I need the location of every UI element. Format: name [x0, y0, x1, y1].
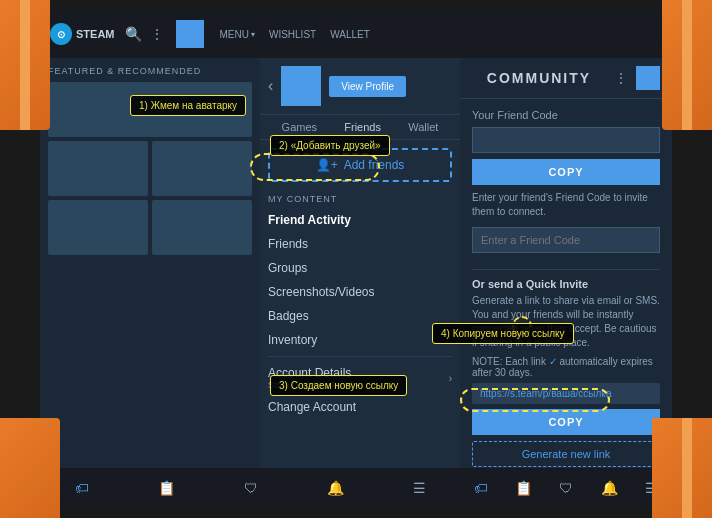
popup-avatar[interactable] — [281, 66, 321, 106]
community-title: COMMUNITY — [487, 70, 591, 86]
gift-decoration-bottom-left — [0, 418, 60, 518]
account-arrow-icon: › — [449, 373, 452, 384]
invite-link-box: https://s.team/p/ваша/ссылка — [472, 383, 660, 404]
popup-nav: Games Friends Wallet — [260, 114, 460, 140]
groups-label: Groups — [268, 261, 307, 275]
wishlist-tab[interactable]: WISHLIST — [263, 25, 322, 44]
view-profile-button[interactable]: View Profile — [329, 76, 406, 97]
popup-games-tab[interactable]: Games — [282, 121, 317, 133]
section-divider — [472, 269, 660, 270]
community-content: Your Friend Code COPY Enter your friend'… — [460, 99, 672, 468]
copy-button-1[interactable]: COPY — [472, 159, 660, 185]
invite-note: Enter your friend's Friend Code to invit… — [472, 191, 660, 219]
left-nav-tag-icon[interactable]: 🏷 — [67, 476, 97, 500]
inventory-label: Inventory — [268, 333, 317, 347]
bottom-nav-shield-icon[interactable]: 🛡 — [551, 476, 581, 500]
search-icon[interactable]: 🔍 — [125, 26, 142, 42]
menu-divider — [268, 356, 452, 357]
content-area: FEATURED & RECOMMENDED ‹ View Profile — [40, 58, 672, 508]
game-thumb-3[interactable] — [48, 200, 148, 255]
left-nav-shield-icon[interactable]: 🛡 — [236, 476, 266, 500]
profile-popup: ‹ View Profile Games Friends Wallet 👤+ A… — [260, 58, 460, 419]
featured-section: FEATURED & RECOMMENDED — [40, 58, 260, 263]
account-label: Account Details — [268, 366, 358, 380]
game-thumb-wide[interactable] — [48, 82, 252, 137]
middle-panel: ‹ View Profile Games Friends Wallet 👤+ A… — [260, 58, 460, 508]
featured-games — [48, 82, 252, 255]
menu-item-friend-activity[interactable]: Friend Activity — [268, 208, 452, 232]
menu-item-inventory[interactable]: Inventory — [268, 328, 452, 352]
community-dots-icon[interactable]: ⋮ — [614, 70, 628, 86]
checkmark-inline: ✓ — [549, 356, 557, 367]
add-friends-button[interactable]: 👤+ Add friends — [268, 148, 452, 182]
steam-label: STEAM — [76, 28, 115, 40]
steam-logo: ⊙ STEAM — [50, 23, 115, 45]
menu-item-change-account[interactable]: Change Account — [268, 395, 452, 419]
menu-items: Friend Activity Friends Groups Screensho… — [260, 208, 460, 419]
gift-decoration-left — [0, 0, 50, 130]
enter-friend-code-input[interactable] — [472, 227, 660, 253]
popup-friends-tab[interactable]: Friends — [344, 121, 381, 133]
steam-icon: ⊙ — [50, 23, 72, 45]
left-nav-menu-icon[interactable]: ☰ — [405, 476, 434, 500]
wallet-tab[interactable]: WALLET — [324, 25, 376, 44]
account-sub: Store, Security, Family — [268, 380, 358, 390]
menu-item-groups[interactable]: Groups — [268, 256, 452, 280]
menu-item-badges[interactable]: Badges — [268, 304, 452, 328]
avatar-header[interactable] — [176, 20, 204, 48]
left-nav-list-icon[interactable]: 📋 — [150, 476, 183, 500]
badges-label: Badges — [268, 309, 309, 323]
friend-code-input[interactable] — [472, 127, 660, 153]
screenshots-label: Screenshots/Videos — [268, 285, 375, 299]
game-thumb-4[interactable] — [152, 200, 252, 255]
nav-tabs: MENU ▾ WISHLIST WALLET — [214, 25, 376, 44]
header-icons: 🔍 ⋮ — [125, 20, 204, 48]
copy-button-2[interactable]: COPY — [472, 409, 660, 435]
bottom-nav-bell-icon[interactable]: 🔔 — [593, 476, 626, 500]
game-thumb-2[interactable] — [152, 141, 252, 196]
friend-activity-label: Friend Activity — [268, 213, 351, 227]
left-panel: FEATURED & RECOMMENDED — [40, 58, 260, 508]
menu-tab[interactable]: MENU ▾ — [214, 25, 261, 44]
right-panel: COMMUNITY ⋮ Your Friend Code COPY Enter … — [460, 58, 672, 508]
menu-dots-icon[interactable]: ⋮ — [150, 26, 164, 42]
generate-link-button[interactable]: Generate new link — [472, 441, 660, 467]
left-bottom-nav: 🏷 📋 🛡 🔔 ☰ — [40, 468, 460, 508]
note-text: NOTE: Each link ✓ automatically expires … — [472, 356, 660, 378]
change-account-label: Change Account — [268, 400, 356, 414]
popup-wallet-tab[interactable]: Wallet — [408, 121, 438, 133]
game-thumb-1[interactable] — [48, 141, 148, 196]
back-button[interactable]: ‹ — [268, 77, 273, 95]
add-friends-label: Add friends — [344, 158, 405, 172]
featured-label: FEATURED & RECOMMENDED — [48, 66, 252, 76]
bottom-nav-tag-icon[interactable]: 🏷 — [466, 476, 496, 500]
main-window: ⊙ STEAM 🔍 ⋮ MENU ▾ WISHLIST WALLET FEATU… — [40, 10, 672, 508]
menu-item-screenshots[interactable]: Screenshots/Videos — [268, 280, 452, 304]
menu-item-friends[interactable]: Friends — [268, 232, 452, 256]
popup-header: ‹ View Profile — [260, 58, 460, 114]
friend-code-section-title: Your Friend Code — [472, 109, 660, 121]
gift-decoration-bottom-right — [652, 418, 712, 518]
left-nav-bell-icon[interactable]: 🔔 — [319, 476, 352, 500]
my-content-label: MY CONTENT — [260, 190, 460, 208]
community-avatar[interactable] — [636, 66, 660, 90]
gift-decoration-right — [662, 0, 712, 130]
community-header: COMMUNITY ⋮ — [460, 58, 672, 99]
right-bottom-nav: 🏷 📋 🛡 🔔 ☰ — [460, 468, 672, 508]
menu-item-account[interactable]: Account Details Store, Security, Family … — [268, 361, 452, 395]
steam-header: ⊙ STEAM 🔍 ⋮ MENU ▾ WISHLIST WALLET — [40, 10, 672, 58]
friends-label: Friends — [268, 237, 308, 251]
quick-invite-desc: Generate a link to share via email or SM… — [472, 294, 660, 350]
add-friends-icon: 👤+ — [316, 158, 338, 172]
bottom-nav-list-icon[interactable]: 📋 — [507, 476, 540, 500]
quick-invite-title: Or send a Quick Invite — [472, 278, 660, 290]
